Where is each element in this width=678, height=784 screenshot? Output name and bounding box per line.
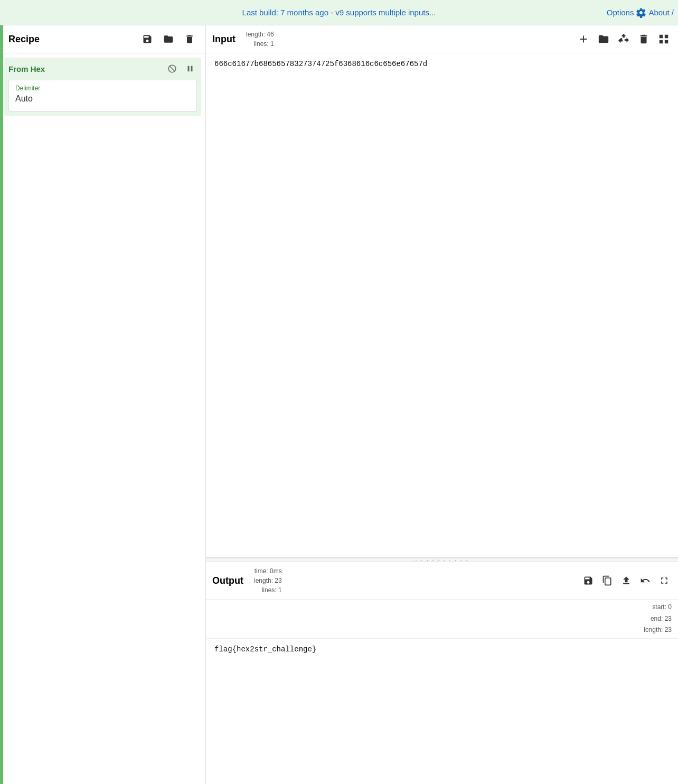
pause-icon (185, 64, 195, 73)
input-grid-button[interactable] (656, 31, 672, 47)
folder-open-icon (163, 34, 174, 44)
from-hex-pause-button[interactable] (183, 62, 197, 76)
output-meta-length: 23 (665, 626, 672, 633)
input-lines-label: lines: (254, 40, 270, 48)
delimiter-label: Delimiter (15, 85, 190, 92)
recipe-title: Recipe (8, 34, 134, 45)
top-banner: Last build: 7 months ago - v9 supports m… (0, 0, 678, 25)
output-meta-length-label: length: (644, 626, 664, 633)
input-header: Input length: 46 lines: 1 (206, 25, 678, 53)
output-end: 23 (665, 615, 672, 622)
save-output-icon (583, 575, 594, 586)
output-time-label: time: (255, 567, 270, 575)
options-button[interactable]: Options (607, 7, 647, 18)
input-stats: length: 46 lines: 1 (246, 30, 274, 49)
input-open-button[interactable] (596, 31, 611, 47)
plus-icon (578, 33, 589, 45)
trash-icon (184, 34, 195, 44)
output-lines-label: lines: (262, 586, 278, 594)
about-button[interactable]: About / (648, 8, 674, 17)
delete-icon (638, 33, 649, 45)
recipe-header: Recipe (0, 25, 205, 53)
output-label: Output (212, 575, 243, 586)
input-label: Input (212, 34, 236, 45)
send-to-input-icon (621, 575, 632, 586)
input-text: 666c61677b68656578327374725f6368616c6c65… (214, 60, 427, 68)
sidebar: Recipe From Hex (0, 25, 206, 784)
output-end-label: end: (651, 615, 665, 622)
input-section: Input length: 46 lines: 1 (206, 25, 678, 558)
banner-text: Last build: 7 months ago - v9 supports m… (242, 8, 436, 17)
input-content[interactable]: 666c61677b68656578327374725f6368616c6c65… (206, 53, 678, 557)
folder-icon (598, 33, 609, 45)
output-section: Output time: 0ms length: 23 lines: 1 (206, 562, 678, 784)
left-edge-bar (0, 0, 3, 784)
disable-icon (167, 64, 177, 73)
copy-icon (602, 575, 613, 586)
save-icon (142, 34, 153, 44)
fullscreen-icon (659, 575, 670, 586)
output-copy-button[interactable] (600, 573, 615, 588)
from-hex-header: From Hex (8, 62, 197, 76)
main-layout: Recipe From Hex (0, 25, 678, 784)
banner-right-controls: Options About / (607, 0, 678, 25)
recipe-save-button[interactable] (140, 32, 155, 46)
from-hex-title: From Hex (8, 64, 45, 73)
input-lines: 1 (270, 40, 274, 48)
recipe-open-button[interactable] (161, 32, 176, 46)
output-text: flag{hex2str_challenge} (214, 645, 316, 654)
output-time: 0ms (270, 567, 282, 575)
output-to-input-button[interactable] (619, 573, 634, 588)
input-header-icons (576, 31, 672, 47)
import-icon (618, 33, 629, 45)
output-length: 23 (275, 577, 281, 584)
output-header: Output time: 0ms length: 23 lines: 1 (206, 562, 678, 600)
delimiter-value: Auto (15, 94, 190, 104)
input-add-button[interactable] (576, 31, 591, 47)
right-panel: Input length: 46 lines: 1 (206, 25, 678, 784)
drag-handle[interactable]: · · · · · · · · · · (206, 558, 678, 562)
output-lines: 1 (278, 586, 282, 594)
output-undo-button[interactable] (638, 573, 653, 588)
output-content: flag{hex2str_challenge} (206, 639, 678, 784)
output-start-label: start: (652, 603, 668, 611)
undo-icon (640, 575, 651, 586)
from-hex-disable-button[interactable] (165, 62, 179, 76)
delimiter-box[interactable]: Delimiter Auto (8, 80, 197, 111)
output-start: 0 (668, 603, 672, 611)
from-hex-controls (165, 62, 197, 76)
grid-icon (658, 33, 670, 45)
output-fullscreen-button[interactable] (657, 573, 672, 588)
from-hex-block: From Hex (4, 58, 201, 116)
output-stats: time: 0ms length: 23 lines: 1 (254, 566, 282, 595)
output-meta: start: 0 end: 23 length: 23 (206, 600, 678, 639)
input-clear-button[interactable] (636, 31, 652, 47)
output-length-label: length: (254, 577, 275, 584)
gear-icon (636, 7, 646, 18)
input-length: 46 (267, 31, 274, 38)
output-header-icons (581, 573, 672, 588)
output-save-button[interactable] (581, 573, 596, 588)
input-load-url-button[interactable] (616, 31, 632, 47)
recipe-delete-button[interactable] (182, 32, 197, 46)
options-label: Options (607, 8, 634, 17)
input-length-label: length: (246, 31, 267, 38)
